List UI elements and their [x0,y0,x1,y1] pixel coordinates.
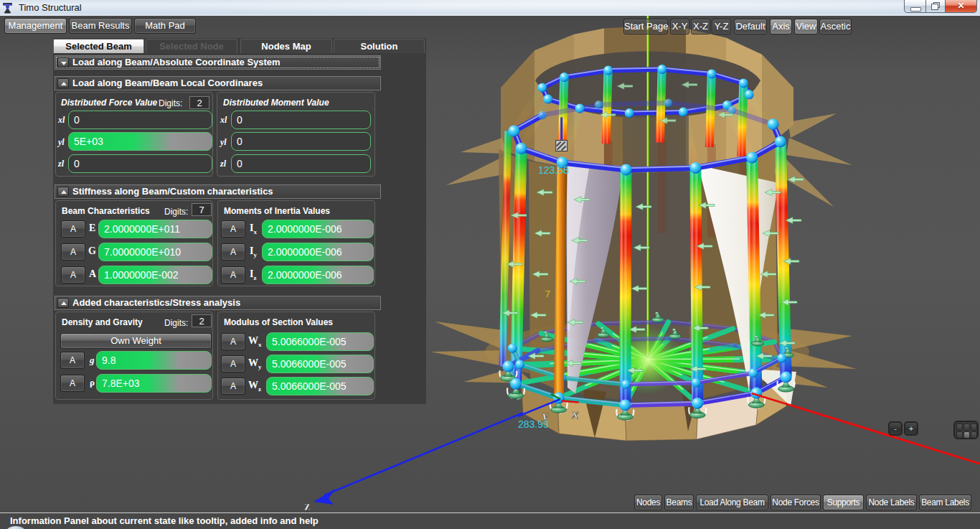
svg-text:y: y [541,408,549,423]
svg-text:x: x [571,406,579,421]
svg-text:123.58: 123.58 [538,164,569,176]
svg-text:7: 7 [545,289,550,299]
svg-text:z: z [304,498,311,512]
